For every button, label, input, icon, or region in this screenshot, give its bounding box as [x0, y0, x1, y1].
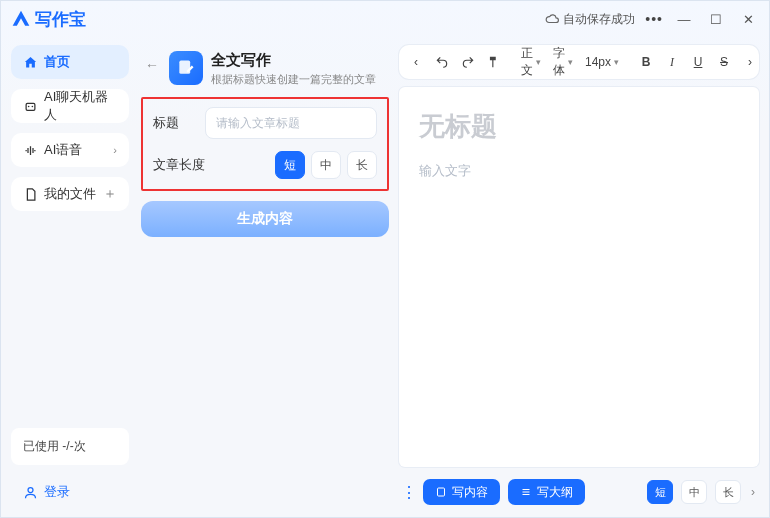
add-icon[interactable]: ＋ [103, 185, 117, 203]
sidebar-item-label: 我的文件 [44, 185, 96, 203]
chevron-down-icon: ▾ [568, 57, 573, 67]
app-window: 写作宝 自动保存成功 ••• ― ☐ ✕ 首页 AI聊天机器人 [0, 0, 770, 518]
app-logo: 写作宝 [11, 8, 86, 31]
svg-point-1 [28, 105, 30, 107]
font-family-select[interactable]: 字体▾ [549, 45, 577, 79]
cloud-icon [545, 12, 559, 26]
feature-title: 全文写作 [211, 51, 376, 70]
editor-panel: ‹ 正文▾ 字体▾ 14px▾ B I U S › 无标题 输入文字 ⋮ [399, 37, 769, 517]
chevron-right-icon: › [113, 144, 117, 156]
doc-icon [435, 486, 447, 498]
brush-icon [487, 55, 501, 69]
sidebar-item-my-files[interactable]: 我的文件 ＋ [11, 177, 129, 211]
document-pen-icon [176, 58, 196, 78]
format-painter-button[interactable] [483, 49, 505, 75]
editor-toolbar: ‹ 正文▾ 字体▾ 14px▾ B I U S › [399, 45, 759, 79]
robot-icon [23, 99, 38, 114]
login-button[interactable]: 登录 [11, 475, 129, 509]
length-field-label: 文章长度 [153, 156, 209, 174]
sidebar-item-label: AI语音 [44, 141, 82, 159]
bold-button[interactable]: B [635, 49, 657, 75]
italic-button[interactable]: I [661, 49, 683, 75]
chevron-down-icon: ▾ [614, 57, 619, 67]
more-menu[interactable]: ••• [645, 11, 663, 27]
window-close[interactable]: ✕ [737, 13, 759, 26]
editor-title-placeholder[interactable]: 无标题 [419, 109, 739, 144]
length-option-medium[interactable]: 中 [311, 151, 341, 179]
user-icon [23, 485, 38, 500]
paragraph-style-select[interactable]: 正文▾ [517, 45, 545, 79]
login-label: 登录 [44, 483, 70, 501]
title-field-label: 标题 [153, 114, 195, 132]
bottom-length-short[interactable]: 短 [647, 480, 673, 504]
titlebar-right: 自动保存成功 ••• ― ☐ ✕ [545, 11, 759, 28]
autosave-status: 自动保存成功 [545, 11, 635, 28]
generate-button[interactable]: 生成内容 [141, 201, 389, 237]
bottom-length-medium[interactable]: 中 [681, 480, 707, 504]
write-content-button[interactable]: 写内容 [423, 479, 500, 505]
app-name: 写作宝 [35, 8, 86, 31]
feature-description: 根据标题快速创建一篇完整的文章 [211, 72, 376, 87]
title-input[interactable] [205, 107, 377, 139]
write-outline-button[interactable]: 写大纲 [508, 479, 585, 505]
editor-body-placeholder[interactable]: 输入文字 [419, 162, 739, 180]
titlebar: 写作宝 自动保存成功 ••• ― ☐ ✕ [1, 1, 769, 37]
undo-icon [435, 55, 449, 69]
svg-point-2 [32, 105, 34, 107]
svg-rect-5 [438, 488, 445, 496]
sidebar-item-ai-chatbot[interactable]: AI聊天机器人 [11, 89, 129, 123]
wave-icon [23, 143, 38, 158]
length-selector: 短 中 长 [275, 151, 377, 179]
sidebar-item-home[interactable]: 首页 [11, 45, 129, 79]
editor-bottom-bar: ⋮ 写内容 写大纲 短 中 长 › [399, 475, 759, 509]
sidebar: 首页 AI聊天机器人 AI语音 › 我的文件 ＋ 已使用 -/-次 [1, 37, 139, 517]
length-option-short[interactable]: 短 [275, 151, 305, 179]
home-icon [23, 55, 38, 70]
svg-rect-0 [26, 103, 35, 110]
highlighted-form-area: 标题 文章长度 短 中 长 [141, 97, 389, 191]
center-panel: ← 全文写作 根据标题快速创建一篇完整的文章 标题 文章长度 短 [139, 37, 399, 517]
usage-card: 已使用 -/-次 [11, 428, 129, 465]
bottom-length-long[interactable]: 长 [715, 480, 741, 504]
autosave-text: 自动保存成功 [563, 11, 635, 28]
list-icon [520, 486, 532, 498]
sidebar-item-label: AI聊天机器人 [44, 88, 117, 124]
window-minimize[interactable]: ― [673, 13, 695, 26]
strikethrough-button[interactable]: S [713, 49, 735, 75]
redo-button[interactable] [457, 49, 479, 75]
chevron-down-icon: ▾ [536, 57, 541, 67]
sidebar-item-ai-voice[interactable]: AI语音 › [11, 133, 129, 167]
sidebar-item-label: 首页 [44, 53, 70, 71]
undo-button[interactable] [431, 49, 453, 75]
file-icon [23, 187, 38, 202]
feature-header: ← 全文写作 根据标题快速创建一篇完整的文章 [141, 43, 393, 95]
toolbar-scroll-right[interactable]: › [739, 49, 761, 75]
toolbar-scroll-left[interactable]: ‹ [405, 49, 427, 75]
font-size-select[interactable]: 14px▾ [581, 55, 623, 69]
redo-icon [461, 55, 475, 69]
feature-icon [169, 51, 203, 85]
length-option-long[interactable]: 长 [347, 151, 377, 179]
back-button[interactable]: ← [143, 51, 161, 73]
editor-area[interactable]: 无标题 输入文字 [399, 87, 759, 467]
bottom-more[interactable]: ⋮ [401, 483, 415, 502]
bottom-chevron-right[interactable]: › [749, 485, 757, 499]
svg-point-3 [28, 487, 33, 492]
window-maximize[interactable]: ☐ [705, 13, 727, 26]
logo-icon [11, 9, 31, 29]
underline-button[interactable]: U [687, 49, 709, 75]
